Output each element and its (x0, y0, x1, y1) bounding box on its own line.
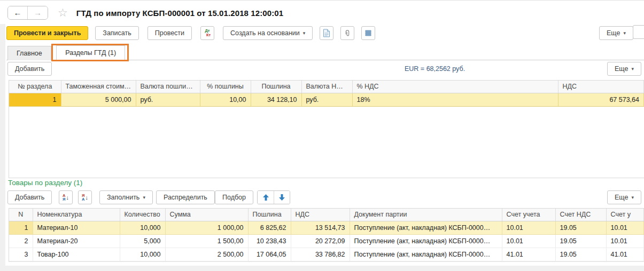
column-header[interactable]: Документ партии (350, 209, 502, 221)
cell[interactable]: 10,000 (120, 248, 165, 261)
attachments-button[interactable] (340, 26, 354, 40)
cell[interactable]: 2 (9, 234, 33, 248)
cell[interactable]: 10,000 (120, 221, 165, 234)
table-row[interactable]: 1Материал-1010,0001 000,006 825,6213 514… (9, 221, 644, 234)
goods-table[interactable]: NНоменклатураКоличествоСуммаПошлинаНДСДо… (9, 209, 644, 261)
cell[interactable]: 17 064,05 (248, 248, 291, 261)
cell[interactable]: 18% (352, 93, 558, 106)
distribute-button[interactable]: Распределить (156, 190, 215, 204)
cell[interactable]: 19.05 (555, 234, 606, 248)
cell[interactable]: 34 128,10 (251, 93, 301, 106)
cell[interactable]: руб. (301, 93, 352, 106)
cell[interactable]: 10.01 (502, 221, 555, 234)
table-row[interactable]: 15 000,00руб.10,0034 128,10руб.18%67 573… (9, 93, 644, 106)
column-header[interactable]: % НДС (352, 81, 558, 93)
sort-ascending-button[interactable]: АЯ ↓ (59, 190, 73, 204)
cell[interactable]: 10.01 (606, 221, 644, 234)
gtd-sections-toolbar: Добавить EUR = 68,2562 руб. Еще ▾ (6, 60, 644, 77)
column-header[interactable]: Пошлина (251, 81, 301, 93)
cell[interactable]: 10 238,43 (248, 234, 291, 248)
cell[interactable]: Поступление (акт, накладная) КСБП-0000… (350, 234, 502, 248)
column-header[interactable]: Номенклатура (33, 209, 120, 221)
more-label: Еще (607, 29, 620, 37)
cell[interactable]: 10.01 (502, 234, 555, 248)
cell[interactable]: руб. (136, 93, 200, 106)
cell[interactable]: 41.01 (502, 248, 555, 261)
column-header[interactable]: Таможенная стоим… (61, 81, 136, 93)
post-and-close-button[interactable]: Провести и закрыть (6, 26, 88, 40)
column-header[interactable]: Сумма (165, 209, 248, 221)
cell[interactable]: 1 000,00 (165, 221, 248, 234)
table-row[interactable]: 3Товар-10010,0002 500,0017 064,0533 786,… (9, 248, 644, 261)
back-button[interactable]: ← (8, 6, 28, 19)
column-header[interactable]: Пошлина (248, 209, 291, 221)
sort-descending-button[interactable]: ЯА ↓ (78, 190, 92, 204)
more-button-goods[interactable]: Еще ▾ (607, 190, 641, 204)
move-row-down-button[interactable] (274, 191, 290, 204)
cell[interactable]: 1 500,00 (165, 234, 248, 248)
cell[interactable]: 67 573,64 (558, 93, 644, 106)
column-header[interactable]: Количество (120, 209, 165, 221)
create-based-on-button[interactable]: Создать на основании ▾ (223, 26, 313, 40)
cell[interactable]: 19.05 (555, 248, 606, 261)
add-section-button[interactable]: Добавить (7, 62, 52, 76)
column-header[interactable]: Счет учета (502, 209, 555, 221)
pick-button[interactable]: Подбор (215, 190, 253, 204)
cell[interactable]: 2 500,00 (165, 248, 248, 261)
show-postings-button[interactable]: ДтКт (200, 26, 214, 40)
gtd-sections-table-area: № разделаТаможенная стоим…Валюта пошли…%… (9, 80, 644, 178)
cell[interactable]: 3 (9, 248, 33, 261)
window-left-margin (0, 24, 5, 271)
column-header[interactable]: Счет у (606, 209, 644, 221)
cell[interactable]: 41.01 (606, 248, 644, 261)
print-document-button[interactable] (320, 26, 333, 40)
gtd-import-document-window: ← → ☆ ГТД по импорту КСБП-000001 от 15.0… (0, 0, 644, 271)
more-button-sections[interactable]: Еще ▾ (607, 62, 641, 76)
favorite-star-icon[interactable]: ☆ (58, 7, 68, 18)
column-header[interactable]: % пошлины (200, 81, 251, 93)
gtd-sections-table[interactable]: № разделаТаможенная стоим…Валюта пошли…%… (9, 81, 644, 107)
column-header[interactable]: № раздела (9, 81, 61, 93)
currency-rate-link[interactable]: EUR = 68,2562 руб. (405, 65, 465, 73)
cell[interactable]: Материал-20 (33, 234, 120, 248)
cell[interactable]: 5 000,00 (61, 93, 136, 106)
column-header[interactable]: НДС (291, 209, 350, 221)
cell[interactable]: 1 (9, 93, 61, 106)
column-header[interactable]: НДС (558, 81, 644, 93)
cell[interactable]: 1 (9, 221, 33, 234)
forward-button[interactable]: → (28, 6, 48, 19)
fill-button[interactable]: Заполнить ▾ (99, 190, 153, 204)
cell[interactable]: Материал-10 (33, 221, 120, 234)
cell[interactable]: Товар-100 (33, 248, 120, 261)
clipped-edge-button[interactable] (633, 25, 644, 39)
cell[interactable]: 10,00 (200, 93, 251, 106)
write-button[interactable]: Записать (95, 26, 138, 40)
cell[interactable]: 19.05 (555, 221, 606, 234)
cell[interactable]: 5,000 (120, 234, 165, 248)
column-header[interactable]: Счет НДС (555, 209, 606, 221)
dropdown-caret-icon: ▾ (143, 195, 145, 200)
column-header[interactable]: N (9, 209, 33, 221)
cell[interactable]: 20 272,09 (291, 234, 350, 248)
add-goods-button[interactable]: Добавить (7, 190, 52, 204)
tab-main[interactable]: Главное (7, 46, 51, 60)
cell[interactable]: Поступление (акт, накладная) КСБП-0000… (350, 221, 502, 234)
create-based-on-label: Создать на основании (230, 29, 300, 37)
window-bottom-margin (0, 266, 644, 271)
more-button-top[interactable]: Еще ▾ (599, 26, 633, 40)
dropdown-caret-icon: ▾ (623, 31, 626, 36)
column-header[interactable]: Валюта пошли… (136, 81, 200, 93)
post-button[interactable]: Провести (148, 26, 192, 40)
tab-gtd-sections[interactable]: Разделы ГТД (1) (56, 45, 125, 60)
register-stack-icon (364, 29, 372, 37)
cell[interactable]: 10.01 (606, 234, 644, 248)
cell[interactable]: 13 514,73 (291, 221, 350, 234)
table-row[interactable]: 2Материал-205,0001 500,0010 238,4320 272… (9, 234, 644, 248)
registers-button[interactable] (361, 26, 375, 40)
cell[interactable]: Поступление (акт, накладная) КСБП-0000… (350, 248, 502, 261)
column-header[interactable]: Валюта Н… (301, 81, 352, 93)
cell[interactable]: 33 786,82 (291, 248, 350, 261)
cell[interactable]: 6 825,62 (248, 221, 291, 234)
up-arrow-icon (263, 194, 269, 201)
move-row-up-button[interactable] (258, 191, 274, 204)
